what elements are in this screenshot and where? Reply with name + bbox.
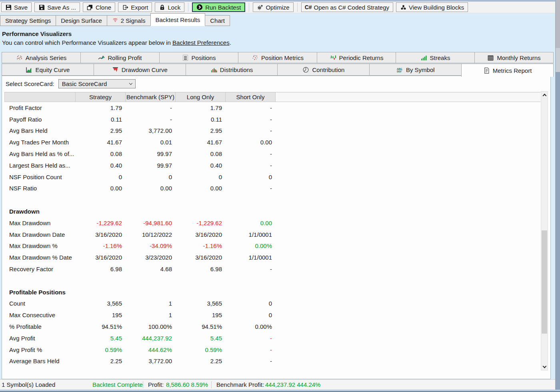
metric-row[interactable]: Avg Bars Held as % of...0.0899.970.08- [4,148,540,160]
scorecard-value: Basic ScoreCard [62,80,107,87]
viz-tab-periodic-returns[interactable]: Periodic Returns [317,52,396,63]
viz-tab-analysis-series[interactable]: Analysis Series [2,52,81,63]
metric-label: NSF Ratio [4,185,76,192]
metric-row[interactable]: NSF Ratio0.000.000.00- [4,183,540,194]
position-metrics-icon [252,54,258,61]
lock-icon [159,4,165,10]
export-label: Export [131,4,148,11]
metric-row[interactable]: Avg Trades Per Month41.670.0141.670.00 [4,136,540,148]
metric-value: - [226,116,276,123]
viz-tab-distributions[interactable]: Distributions [186,64,278,76]
lock-button[interactable]: Lock [155,2,184,12]
toolbar-separator [188,3,188,12]
metric-row[interactable]: % Profitable94.51%100.00%94.51%0.00% [4,321,540,332]
tab-signals[interactable]: 2 Signals [107,15,151,26]
viz-tab-metrics-report[interactable]: Metrics Report [461,64,554,77]
clone-button[interactable]: Clone [83,2,115,12]
viz-tab-label: Rolling Profit [108,54,142,61]
window-bottom-strip [0,390,560,392]
metric-label: NSF Position Count [4,174,76,180]
metric-row[interactable]: Max Consecutive19511950 [4,309,540,321]
metric-row[interactable]: Max Drawdown %-1.16%-34.09%-1.16%0.00% [4,240,540,252]
clone-label: Clone [96,4,111,11]
scroll-up-button[interactable] [541,92,548,98]
profit-label: Profit: [148,380,164,390]
tab-strategy-settings[interactable]: Strategy Settings [0,15,56,26]
scorecard-select[interactable]: Basic ScoreCard [58,79,136,88]
metric-row[interactable]: NSF Position Count0000 [4,171,540,183]
metric-value: - [226,358,276,364]
metric-value: 3/16/2020 [176,231,226,238]
viz-tab-contribution[interactable]: Contribution [277,64,370,76]
metric-label: Average Bars Held [4,358,76,364]
metric-row[interactable]: Avg Profit5.45444,237.925.45- [4,332,540,344]
metric-value: 1/1/0001 [226,231,276,238]
scroll-down-button[interactable] [541,363,548,370]
viz-tab-position-metrics[interactable]: Position Metrics [238,52,317,63]
metric-value: -1.16% [76,242,126,249]
metric-value: -34.09% [126,242,176,249]
main-tab-bar: Strategy Settings Design Surface 2 Signa… [0,13,555,26]
metric-row[interactable]: Avg Bars Held2.953,772.002.95- [4,125,540,137]
status-separator [211,381,212,388]
vertical-scrollbar[interactable] [541,91,548,370]
view-building-blocks-button[interactable]: View Building Blocks [396,2,468,12]
metric-row[interactable]: Max Drawdown Date3/16/202010/12/20223/16… [4,229,540,240]
optimize-button[interactable]: Optimize [253,2,293,12]
viz-tab-label: Equity Curve [35,66,70,73]
metric-value: - [226,335,276,342]
metric-label: Recovery Factor [4,266,76,272]
viz-tab-drawdown-curve[interactable]: Drawdown Curve [94,64,186,76]
metric-value: - [226,266,276,272]
viz-tab-rolling-profit[interactable]: Rolling Profit [80,52,160,63]
metric-row[interactable]: Avg Profit %0.59%444.62%0.59%- [4,344,540,356]
run-backtest-button[interactable]: Run Backtest [192,2,245,12]
export-button[interactable]: Export [118,2,152,12]
metric-label: Avg Profit % [4,346,76,353]
metric-row[interactable]: Count3,56513,5650 [4,298,540,310]
metric-value: 3/16/2020 [176,254,226,261]
metric-value: 444,237.92 [126,335,176,342]
viz-tab-positions[interactable]: Positions [159,52,238,63]
metric-row[interactable]: Largest Bars Held as...0.4099.970.40- [4,160,540,171]
scrollbar-thumb[interactable] [542,230,547,334]
column-header-long-only[interactable]: Long Only [176,92,226,102]
metric-row[interactable]: Max Drawdown % Date3/16/20203/23/20203/1… [4,252,540,263]
monthly-returns-icon [487,54,494,61]
metric-label: Avg Profit [4,335,76,342]
metric-value: 94.51% [76,323,126,330]
run-backtest-label: Run Backtest [205,4,241,11]
status-separator [143,381,143,388]
open-csharp-button[interactable]: C# Open as C# Coded Strategy [301,2,393,12]
metric-row[interactable]: Max Drawdown-1,229.62-94,981.60-1,229.62… [4,217,540,229]
metric-row[interactable]: Profit Factor1.79-1.79- [4,102,540,114]
column-header-short-only[interactable]: Short Only [226,92,276,102]
metric-row[interactable]: Average Bars Held2.253,772.002.25- [4,356,540,367]
viz-tab-by-symbol[interactable]: ABCDEF By Symbol [369,64,462,76]
save-button[interactable]: Save [1,2,32,12]
column-header-benchmark[interactable]: Benchmark (SPY) [126,92,176,102]
toolbar-separator [249,3,249,12]
save-label: Save [14,4,28,11]
save-as-icon [38,4,45,10]
tab-backtest-results[interactable]: Backtest Results [150,13,206,26]
performance-visualizers-panel: Performance Visualizers You can control … [0,26,555,52]
metric-value: 0.00 [226,220,276,226]
save-as-button[interactable]: Save As ... [34,2,80,12]
viz-tab-monthly-returns[interactable]: Monthly Returns [474,52,554,63]
column-header-metric[interactable] [4,92,76,102]
save-icon [5,4,12,10]
backtest-preferences-link[interactable]: Backtest Preferences [172,39,230,46]
status-bar: 1 Symbol(s) Loaded Backtest Complete Pro… [0,379,560,390]
metric-row[interactable]: Payoff Ratio0.11-0.11- [4,114,540,125]
spacer-row [4,194,540,206]
tab-chart[interactable]: Chart [205,15,230,26]
metric-row[interactable]: Recovery Factor6.984.686.98- [4,263,540,275]
column-header-strategy[interactable]: Strategy [76,92,126,102]
viz-tab-streaks[interactable]: Streaks [396,52,475,63]
tab-design-surface[interactable]: Design Surface [56,15,107,26]
viz-tab-equity-curve[interactable]: Equity Curve [2,64,94,76]
by-symbol-icon: ABCDEF [396,66,403,73]
metric-value: 0 [226,300,276,307]
metrics-table-header: Strategy Benchmark (SPY) Long Only Short… [4,92,540,102]
